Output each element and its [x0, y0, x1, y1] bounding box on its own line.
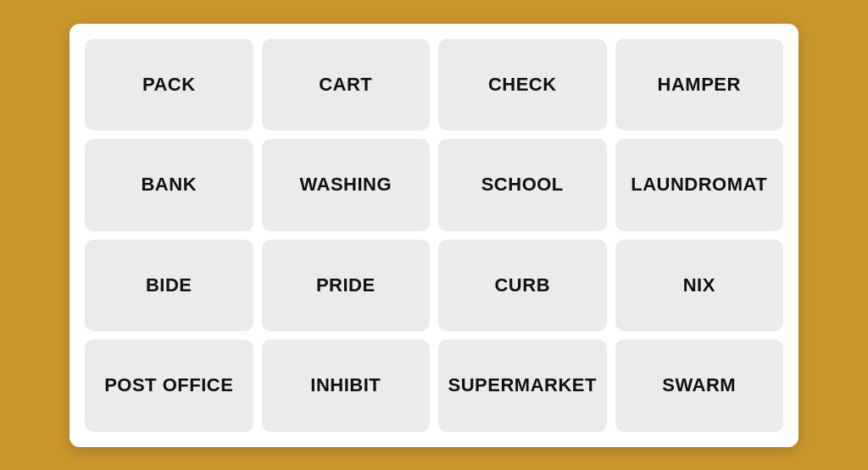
- word-grid: PACKCARTCHECKHAMPERBANKWASHINGSCHOOLLAUN…: [70, 24, 798, 447]
- card-bide[interactable]: BIDE: [85, 240, 253, 332]
- card-label-washing: WASHING: [299, 174, 392, 196]
- card-label-pack: PACK: [142, 74, 196, 96]
- card-label-laundromat: LAUNDROMAT: [631, 174, 767, 196]
- card-post-office[interactable]: POST OFFICE: [85, 340, 253, 432]
- card-washing[interactable]: WASHING: [262, 139, 431, 231]
- card-label-cart: CART: [319, 74, 372, 96]
- card-label-bank: BANK: [141, 174, 197, 196]
- card-label-curb: CURB: [494, 274, 550, 296]
- card-nix[interactable]: NIX: [615, 240, 784, 332]
- card-supermarket[interactable]: SUPERMARKET: [438, 340, 607, 432]
- card-label-pride: PRIDE: [316, 274, 376, 296]
- card-pride[interactable]: PRIDE: [262, 240, 431, 332]
- card-label-inhibit: INHIBIT: [310, 374, 381, 396]
- card-laundromat[interactable]: LAUNDROMAT: [615, 139, 784, 231]
- card-label-hamper: HAMPER: [658, 74, 741, 96]
- card-label-supermarket: SUPERMARKET: [448, 374, 597, 396]
- card-pack[interactable]: PACK: [85, 39, 253, 131]
- card-label-post-office: POST OFFICE: [104, 374, 233, 396]
- card-curb[interactable]: CURB: [438, 240, 607, 332]
- card-hamper[interactable]: HAMPER: [615, 39, 784, 131]
- card-cart[interactable]: CART: [262, 39, 431, 131]
- card-label-check: CHECK: [488, 74, 557, 96]
- card-bank[interactable]: BANK: [85, 139, 253, 231]
- card-label-nix: NIX: [683, 274, 715, 296]
- card-school[interactable]: SCHOOL: [438, 139, 607, 231]
- card-label-school: SCHOOL: [481, 174, 564, 196]
- card-inhibit[interactable]: INHIBIT: [262, 340, 431, 432]
- card-check[interactable]: CHECK: [438, 39, 607, 131]
- card-swarm[interactable]: SWARM: [615, 340, 784, 432]
- card-label-bide: BIDE: [146, 274, 192, 296]
- card-label-swarm: SWARM: [662, 374, 736, 396]
